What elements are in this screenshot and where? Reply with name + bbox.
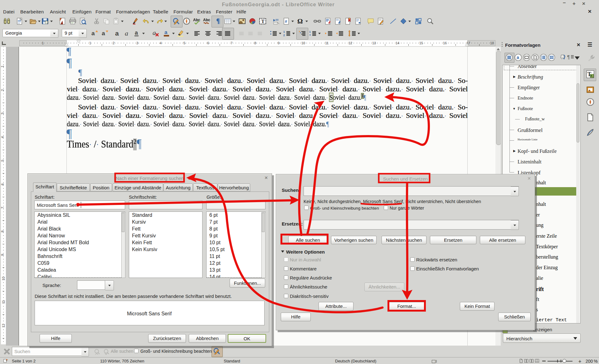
svg-text:¶: ¶ bbox=[567, 55, 570, 60]
svg-text:2: 2 bbox=[283, 34, 285, 37]
svg-text:a: a bbox=[125, 30, 128, 37]
svg-text:a: a bbox=[164, 30, 168, 35]
svg-text:a: a bbox=[517, 55, 519, 60]
svg-text:a: a bbox=[115, 30, 119, 37]
svg-text:a: a bbox=[135, 30, 138, 36]
svg-text:a: a bbox=[91, 30, 95, 36]
svg-text:1: 1 bbox=[309, 30, 311, 33]
svg-text:Abc: Abc bbox=[203, 18, 210, 22]
svg-text:T: T bbox=[261, 18, 265, 24]
svg-text:Ω: Ω bbox=[297, 17, 303, 25]
svg-text:a: a bbox=[153, 30, 156, 36]
svg-text:#: # bbox=[285, 19, 287, 24]
svg-text:1: 1 bbox=[283, 30, 285, 33]
svg-text:Abc: Abc bbox=[193, 18, 200, 22]
svg-text:a: a bbox=[102, 30, 105, 36]
